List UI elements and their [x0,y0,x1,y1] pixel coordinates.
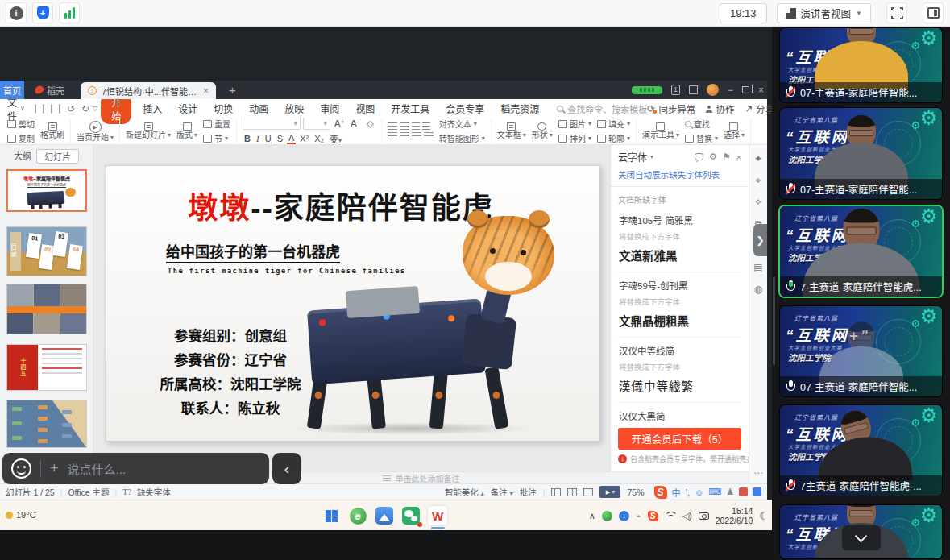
wifi-icon[interactable] [665,512,676,521]
font-size-select[interactable]: ▾ [303,118,330,130]
web-tool-icon[interactable]: ◍ [754,284,762,295]
format-painter-button[interactable]: 格式刷 [40,122,64,139]
align-right-icon[interactable] [412,132,421,139]
preview-icon[interactable] [59,104,60,114]
panel-expand-handle[interactable]: ❯ [753,224,767,256]
export-icon[interactable] [43,104,44,114]
ribbon-tab-design[interactable]: 设计 [170,102,205,115]
underline-button[interactable]: U [263,134,273,143]
emoji-icon[interactable] [11,458,31,479]
feedback-icon[interactable] [695,153,703,160]
ribbon-tab-review[interactable]: 审阅 [312,102,347,115]
ribbon-tab-devtools[interactable]: 开发工具 [383,102,438,115]
image-tool-icon[interactable]: ▤ [753,262,762,273]
clear-format-button[interactable]: ◇ [365,118,375,129]
download-fonts-button[interactable]: 开通会员后下载（5） [618,428,741,450]
zoom-level[interactable]: 75% [627,487,644,497]
mic-muted-icon[interactable] [786,183,795,195]
tab-slides[interactable]: 幻灯片 [36,149,79,164]
toggle-sidebar-button[interactable] [923,2,944,23]
plus-icon[interactable]: + [50,460,59,477]
shapes-button[interactable]: 形状▾ [532,122,553,139]
ribbon-tab-member[interactable]: 会员专享 [438,102,492,115]
ribbon-tab-animation[interactable]: 动画 [241,102,276,115]
ribbon-tab-slideshow[interactable]: 放映 [276,102,312,115]
slide-thumb-4[interactable]: 十四五 [6,344,87,391]
ribbon-tab-insert[interactable]: 插入 [135,102,170,115]
tab-document[interactable]: ! 7恒锐结构-中...伴智能虎-墩墩 × [81,82,216,99]
indent-increase-icon[interactable] [422,122,430,130]
network-stats-button[interactable] [59,2,80,23]
copy-button[interactable]: 复制 [7,132,35,144]
camera-tray-icon[interactable] [699,512,709,520]
text-effect-button[interactable]: 变▾ [328,132,343,145]
pin-icon[interactable]: ⚑ [723,151,731,162]
font-color-button[interactable]: A [287,133,296,144]
taskbar-wechat[interactable] [400,505,421,526]
effects-tool-icon[interactable]: ✧ [754,197,762,208]
present-tools-button[interactable]: 演示工具▾ [642,122,679,139]
night-mode-icon[interactable]: ☾ [759,510,769,522]
arrange-button[interactable]: 排列▾ [558,132,591,144]
reset-button[interactable]: 重置 [203,118,230,130]
textbox-button[interactable]: 文本框▾ [497,122,526,139]
scroll-participants-down-button[interactable] [842,525,881,550]
sidebar-scrollbar[interactable] [773,276,775,365]
sogou-logo-icon[interactable]: S [654,486,667,499]
subscript-button[interactable]: X₂ [313,134,326,143]
chat-collapse-button[interactable]: ‹ [272,453,301,484]
align-left-icon[interactable] [388,132,397,139]
taskbar-clock[interactable]: 15:14 2022/6/10 [716,506,753,525]
outline-button[interactable]: 轮廓▾ [597,132,630,144]
bold-button[interactable]: B [243,134,252,143]
slide-canvas[interactable]: 墩墩--家庭陪伴智能虎 给中国孩子的第一台机器虎 The first machi… [93,145,616,471]
quickbar-more-icon[interactable]: ▽ [93,105,97,112]
taskbar-wps-active[interactable]: W [427,505,448,526]
tab-docer[interactable]: 稻壳 [24,81,76,99]
participant-tile-2[interactable]: 辽宁省第八届 “互联网+” 大学生创新创业大赛 沈阳工学院 ⚙ 07-主赛道-家… [780,108,942,199]
ime-toolbox-icon[interactable] [753,487,761,496]
participant-tile-5[interactable]: 辽宁省第八届 “互联网+” 大学生创新创业大赛 沈阳工学院 ⚙ 7主赛道-家庭陪… [780,405,942,496]
command-search[interactable]: 查找命令、搜索模板 [557,102,647,115]
smart-graphic-button[interactable]: 转智能图形▾ [439,132,485,144]
picture-button[interactable]: 图片▾ [558,118,591,130]
layout-button[interactable]: 版式▾ [176,122,197,139]
ribbon-tab-transition[interactable]: 切换 [205,102,241,115]
participant-tile-4[interactable]: 辽宁省第八届 “互联网+” 大学生创新创业大赛 沈阳工学院 ⚙ 07-主赛道-家… [780,306,942,396]
disable-font-list-link[interactable]: 关闭自动展示缺失字体列表 [611,168,749,187]
sogou-tray-icon[interactable]: S [648,511,658,521]
new-slide-button[interactable]: 新建幻灯片▾ [126,122,171,139]
download-tray-icon[interactable]: ↓ [619,511,629,521]
antivirus-tray-icon[interactable] [602,511,612,521]
section-button[interactable]: 节▾ [203,132,230,144]
font-card[interactable]: 字魂59号-创刊黑 将替换成下方字体 文鼎晶棚粗黑 [618,272,741,338]
chat-overlay[interactable]: + 说点什么... [2,453,269,484]
superscript-button[interactable]: X² [298,134,310,143]
adjust-tool-icon[interactable]: ⌖ [756,175,761,186]
numbered-list-icon[interactable] [400,122,409,130]
ime-emoji-icon[interactable]: ☺ [695,487,703,497]
close-tab-icon[interactable]: × [203,85,209,97]
find-button[interactable]: 查找 [685,118,718,130]
select-button[interactable]: 选择▾ [724,122,745,139]
fullscreen-button[interactable] [886,2,907,23]
fill-button[interactable]: 填充▾ [597,118,630,130]
font-card[interactable]: 字魂105号-简雅黑 将替换成下方字体 文道新雅黑 [618,207,741,272]
weather-widget[interactable]: 19°C [6,510,36,520]
taskbar-browser[interactable]: e [347,505,368,526]
tab-home[interactable]: 首页 [0,81,24,99]
tray-expand-icon[interactable]: ∧ [589,511,595,521]
mic-muted-icon[interactable] [786,479,795,492]
print-icon[interactable] [51,104,52,114]
theme-name[interactable]: Office 主题 [68,486,109,498]
new-tab-button[interactable]: + [229,83,236,99]
meeting-info-button[interactable]: i [6,2,27,23]
ime-skin-icon[interactable] [739,487,748,496]
strikethrough-button[interactable]: S [276,134,284,143]
justify-icon[interactable] [424,132,434,139]
ime-punct-icon[interactable]: ’, [686,487,691,497]
volume-icon[interactable]: ◁) [682,511,692,521]
ime-person-icon[interactable]: ♟ [726,487,734,497]
grid-view-icon[interactable] [689,85,698,94]
share-button[interactable]: ↗分享 [745,102,774,115]
